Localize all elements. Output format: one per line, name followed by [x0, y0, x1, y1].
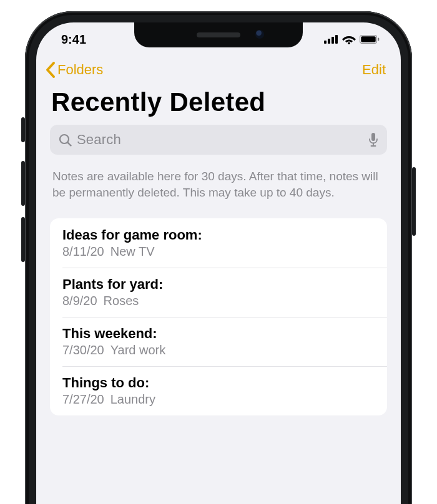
note-title: Ideas for game room:	[62, 227, 375, 243]
note-preview: New TV	[110, 245, 155, 258]
page-title: Recently Deleted	[36, 84, 401, 125]
note-subtitle: 8/11/20New TV	[62, 245, 375, 259]
info-text: Notes are available here for 30 days. Af…	[36, 163, 401, 218]
speaker-grille	[197, 32, 240, 37]
search-icon	[59, 133, 72, 147]
note-date: 8/9/20	[62, 294, 97, 308]
note-subtitle: 7/30/20Yard work	[62, 343, 375, 357]
battery-icon	[360, 35, 380, 44]
notch	[134, 22, 303, 47]
svg-rect-0	[324, 41, 327, 44]
notes-list: Ideas for game room: 8/11/20New TV Plant…	[50, 218, 387, 415]
note-preview: Roses	[104, 294, 139, 308]
note-preview: Yard work	[110, 343, 166, 357]
cellular-icon	[324, 35, 338, 44]
note-title: This weekend:	[62, 326, 375, 342]
note-subtitle: 8/9/20Roses	[62, 294, 375, 308]
note-title: Things to do:	[62, 375, 375, 391]
dictation-icon[interactable]	[368, 132, 378, 147]
wifi-icon	[342, 34, 356, 44]
svg-rect-1	[328, 39, 330, 44]
svg-point-4	[348, 42, 350, 45]
search-placeholder: Search	[77, 132, 363, 148]
nav-bar: Folders Edit	[36, 56, 401, 84]
back-button[interactable]: Folders	[45, 61, 103, 79]
phone-frame: 9:41	[25, 11, 412, 504]
svg-rect-10	[371, 133, 375, 141]
svg-line-9	[67, 142, 71, 145]
note-subtitle: 7/27/20Laundry	[62, 392, 375, 407]
screen: 9:41	[36, 22, 401, 504]
svg-rect-6	[361, 36, 375, 42]
search-input[interactable]: Search	[50, 125, 387, 155]
edit-button[interactable]: Edit	[362, 62, 386, 78]
back-label: Folders	[57, 62, 103, 78]
svg-rect-3	[335, 35, 338, 44]
status-time: 9:41	[61, 32, 86, 47]
note-date: 7/27/20	[62, 392, 104, 406]
note-row[interactable]: This weekend: 7/30/20Yard work	[50, 317, 387, 366]
note-date: 8/11/20	[62, 245, 104, 258]
note-row[interactable]: Ideas for game room: 8/11/20New TV	[50, 218, 387, 268]
note-row[interactable]: Things to do: 7/27/20Laundry	[50, 366, 387, 415]
note-preview: Laundry	[110, 392, 155, 406]
note-title: Plants for yard:	[62, 276, 375, 293]
note-row[interactable]: Plants for yard: 8/9/20Roses	[50, 268, 387, 317]
svg-rect-2	[331, 37, 334, 44]
note-date: 7/30/20	[62, 343, 104, 357]
svg-rect-7	[378, 38, 379, 41]
chevron-left-icon	[45, 61, 56, 79]
front-camera	[255, 30, 264, 39]
status-indicators	[324, 34, 380, 44]
